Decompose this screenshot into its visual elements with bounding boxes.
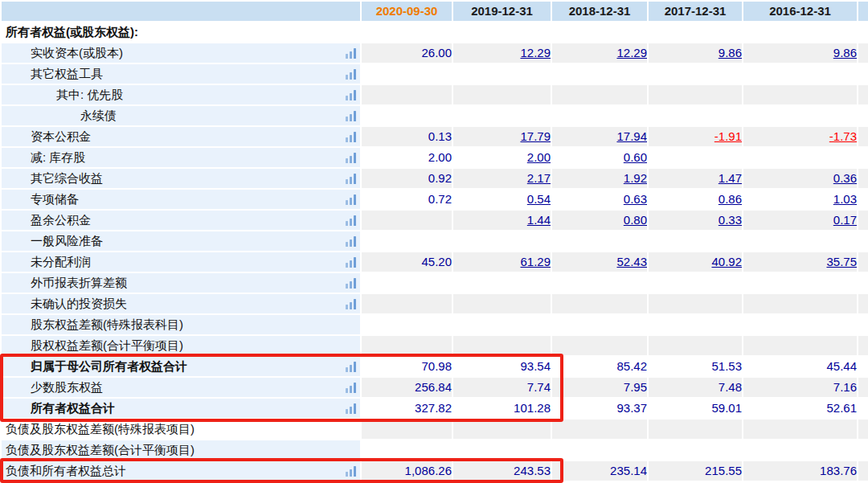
value-cell: 59.01: [649, 399, 742, 418]
bar-chart-icon[interactable]: [346, 131, 356, 142]
value-cell: [362, 211, 452, 230]
table-row: 其它权益工具: [2, 64, 868, 84]
row-label-cell: 负债及股东权益差额(特殊报表项目): [2, 420, 360, 439]
row-label-cell: 少数股东权益: [2, 378, 360, 397]
value-cell: 7.48: [649, 378, 742, 397]
value-link[interactable]: 0.54: [527, 192, 551, 206]
bar-chart-icon[interactable]: [346, 465, 356, 477]
value-text: 0.13: [428, 129, 452, 143]
value-text: 2.00: [428, 150, 452, 164]
value-link[interactable]: 17.94: [616, 129, 647, 143]
bar-chart-icon[interactable]: [346, 110, 356, 121]
row-label: 负债及股东权益差额(特殊报表项目): [6, 420, 194, 439]
table-row: 股权权益差额(合计平衡项目): [2, 336, 868, 355]
value-cell: [649, 148, 742, 167]
row-label: 所有者权益合计: [31, 399, 115, 418]
value-cell: 85.42: [552, 357, 647, 376]
value-cell: [743, 315, 857, 334]
value-cell: [362, 294, 452, 313]
value-cell: [362, 23, 452, 42]
bar-chart-icon[interactable]: [346, 361, 356, 372]
bar-chart-icon[interactable]: [346, 403, 356, 414]
value-link[interactable]: 12.29: [520, 46, 551, 59]
row-label-cell: 负债及股东权益差额(合计平衡项目): [2, 440, 360, 460]
value-link[interactable]: 0.63: [624, 192, 647, 206]
row-label: 未分配利润: [31, 252, 91, 272]
value-cell: [743, 23, 857, 42]
value-link[interactable]: 9.86: [719, 46, 742, 59]
value-cell: [743, 294, 857, 313]
value-link[interactable]: -1.73: [829, 129, 857, 143]
value-cell: 61.29: [453, 252, 551, 272]
row-label: 实收资本(或股本): [31, 43, 123, 63]
bar-chart-icon[interactable]: [346, 89, 356, 100]
value-cell: [552, 85, 647, 104]
bar-chart-icon[interactable]: [346, 173, 356, 184]
row-label-cell: 归属于母公司所有者权益合计: [2, 357, 360, 376]
value-link[interactable]: 9.86: [833, 46, 857, 59]
value-cell: 40.92: [649, 252, 742, 272]
table-row: 盈余公积金1.440.800.330.17: [2, 211, 868, 230]
value-cell: [453, 336, 551, 355]
value-link[interactable]: 1.92: [624, 171, 647, 185]
value-cell: [552, 336, 647, 355]
value-link[interactable]: 61.29: [520, 255, 551, 268]
value-link[interactable]: 0.80: [624, 213, 647, 227]
value-link[interactable]: 35.75: [826, 255, 857, 268]
row-label-cell: 未分配利润: [2, 252, 360, 272]
value-link[interactable]: 2.00: [527, 150, 551, 164]
value-link[interactable]: 0.60: [624, 150, 647, 164]
value-cell: [453, 315, 551, 334]
table-row: 实收资本(或股本)26.0012.2912.299.869.86: [2, 43, 868, 63]
table-body: 所有者权益(或股东权益):实收资本(或股本)26.0012.2912.299.8…: [2, 23, 868, 481]
bar-chart-icon[interactable]: [346, 277, 356, 289]
value-cell: [362, 64, 452, 84]
value-cell: [453, 440, 551, 460]
value-cell: [453, 64, 551, 84]
value-link[interactable]: 0.33: [719, 213, 742, 227]
value-link[interactable]: 52.43: [616, 255, 647, 268]
value-cell: [743, 148, 857, 167]
clipped-column-cell: [858, 23, 868, 42]
clipped-column-cell: [858, 420, 868, 439]
table-row: 负债及股东权益差额(特殊报表项目): [2, 420, 868, 439]
bar-chart-icon[interactable]: [346, 194, 356, 205]
bar-chart-icon[interactable]: [346, 68, 356, 80]
value-link[interactable]: 1.47: [719, 171, 742, 185]
value-link[interactable]: 40.92: [711, 255, 742, 268]
value-cell: 70.98: [362, 357, 452, 376]
value-cell: 2.00: [362, 148, 452, 167]
row-label-cell: 未确认的投资损失: [2, 294, 360, 313]
bar-chart-icon[interactable]: [346, 256, 356, 268]
value-link[interactable]: 2.17: [527, 171, 551, 185]
value-link[interactable]: 0.36: [833, 171, 857, 185]
value-cell: 45.20: [362, 252, 452, 272]
bar-chart-icon[interactable]: [346, 47, 356, 59]
clipped-column-cell: [858, 85, 868, 104]
table-row: 专项储备0.720.540.630.861.03: [2, 190, 868, 209]
table-row: 一般风险准备: [2, 231, 868, 251]
value-link[interactable]: -1.91: [714, 129, 742, 143]
row-label-cell: 减: 库存股: [2, 148, 360, 167]
value-link[interactable]: 12.29: [616, 46, 647, 59]
value-cell: 1.44: [453, 211, 551, 230]
value-link[interactable]: 0.17: [833, 213, 857, 227]
value-cell: 9.86: [743, 43, 857, 63]
value-cell: [743, 440, 857, 460]
value-link[interactable]: 0.86: [719, 192, 742, 206]
value-link[interactable]: 1.03: [833, 192, 857, 206]
value-cell: 12.29: [453, 43, 551, 63]
bar-chart-icon[interactable]: [346, 382, 356, 393]
value-cell: 2.17: [453, 169, 551, 188]
bar-chart-icon[interactable]: [346, 235, 356, 247]
clipped-column-cell: [858, 190, 868, 209]
value-link[interactable]: 1.44: [527, 213, 551, 227]
value-link[interactable]: 17.79: [520, 129, 551, 143]
bar-chart-icon[interactable]: [346, 215, 356, 226]
row-label-cell: 股权权益差额(合计平衡项目): [2, 336, 360, 355]
value-cell: [552, 106, 647, 125]
row-label-cell: 其它权益工具: [2, 64, 360, 84]
bar-chart-icon[interactable]: [346, 152, 356, 163]
bar-chart-icon[interactable]: [346, 298, 356, 309]
value-text: 1,086.26: [405, 464, 452, 477]
